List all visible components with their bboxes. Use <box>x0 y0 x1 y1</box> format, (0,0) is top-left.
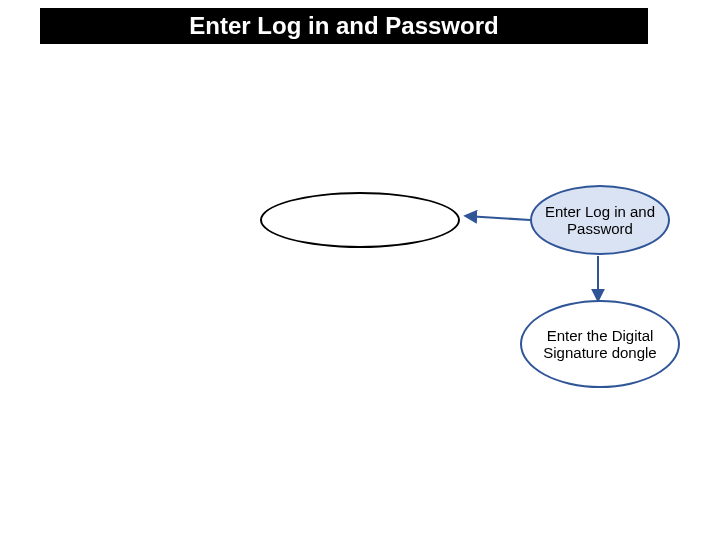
svg-line-0 <box>466 216 530 220</box>
highlight-ellipse <box>260 192 460 248</box>
bubble-dongle-text: Enter the Digital Signature dongle <box>532 327 668 362</box>
arrow-login-to-dongle <box>0 0 720 540</box>
bubble-login-text: Enter Log in and Password <box>542 203 658 238</box>
title-text: Enter Log in and Password <box>189 14 498 38</box>
arrow-login-to-highlight <box>0 0 720 540</box>
diagram-stage: Enter Log in and Password Enter Log in a… <box>0 0 720 540</box>
bubble-dongle: Enter the Digital Signature dongle <box>520 300 680 388</box>
bubble-login: Enter Log in and Password <box>530 185 670 255</box>
title-bar: Enter Log in and Password <box>40 8 648 44</box>
